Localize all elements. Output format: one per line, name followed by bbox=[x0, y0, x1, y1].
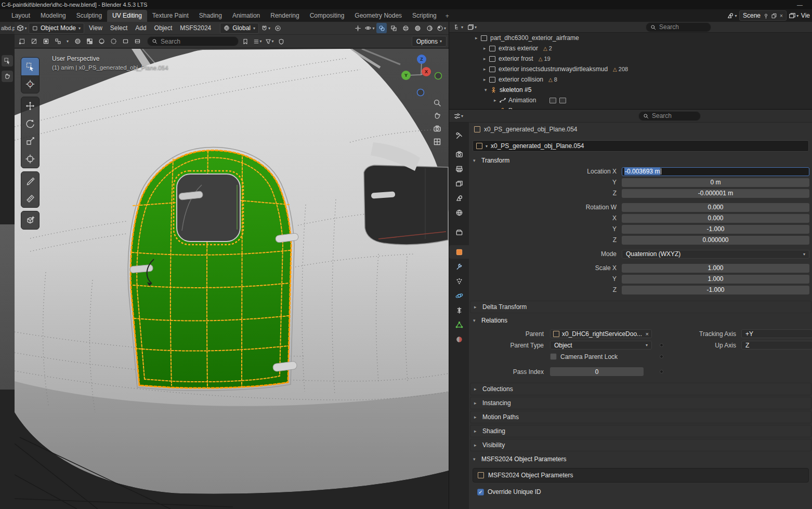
tool-move[interactable] bbox=[21, 97, 39, 115]
brush-icon[interactable] bbox=[108, 36, 119, 47]
rotation-y-input[interactable]: -1.000 bbox=[622, 225, 809, 234]
tool-rotate[interactable] bbox=[21, 115, 39, 132]
menu-view[interactable]: View bbox=[86, 23, 106, 33]
list-icon[interactable]: ▾ bbox=[252, 36, 263, 47]
outliner-row[interactable]: ▸ extras exterior △ 2 bbox=[449, 43, 812, 53]
select-mode-face-icon[interactable] bbox=[41, 36, 51, 47]
scene-browse-icon[interactable]: ▾ bbox=[727, 10, 737, 21]
gradient-icon[interactable] bbox=[96, 36, 107, 47]
expand-arrow[interactable]: ▸ bbox=[483, 46, 489, 51]
expand-arrow[interactable]: ▸ bbox=[494, 98, 500, 103]
override-unique-id-checkbox[interactable]: ✓ bbox=[477, 489, 484, 495]
tool-annotate[interactable] bbox=[21, 172, 39, 190]
overlays-icon[interactable] bbox=[376, 23, 387, 33]
expand-arrow[interactable]: ▸ bbox=[483, 56, 489, 61]
tool-add-cube[interactable] bbox=[21, 211, 39, 229]
rotation-x-input[interactable]: 0.000 bbox=[622, 214, 809, 223]
scene-name-field[interactable]: Scene × bbox=[739, 10, 787, 21]
expand-arrow[interactable]: ▸ bbox=[475, 35, 481, 41]
tab-scene[interactable] bbox=[449, 191, 469, 205]
tab-texture-paint[interactable]: Texture Paint bbox=[147, 10, 194, 22]
unlink-scene-icon[interactable]: × bbox=[780, 13, 783, 19]
gizmo-axis-z-neg[interactable] bbox=[417, 89, 424, 96]
tab-view-layer[interactable] bbox=[449, 177, 469, 190]
panel-msfs-header[interactable]: ▾ MSFS2024 Object Parameters bbox=[469, 453, 812, 465]
panel-motion-paths[interactable]: ▸ Motion Paths bbox=[470, 411, 811, 423]
editor-type-icon[interactable]: ▾ bbox=[17, 23, 27, 33]
shading-wireframe-icon[interactable] bbox=[400, 23, 411, 33]
rotation-z-input[interactable]: 0.000000 bbox=[622, 236, 809, 245]
rotation-w-input[interactable]: 0.000 bbox=[622, 203, 809, 212]
outliner-editor-type-icon[interactable]: ▾ bbox=[453, 22, 464, 32]
animate-decorator[interactable] bbox=[660, 343, 663, 347]
menu-select[interactable]: Select bbox=[107, 23, 130, 33]
outliner-search-input[interactable]: Search bbox=[646, 22, 711, 32]
tab-animation[interactable]: Animation bbox=[227, 10, 265, 22]
stencil-icon[interactable] bbox=[120, 36, 130, 47]
tab-constraints[interactable] bbox=[449, 303, 469, 317]
animate-decorator[interactable] bbox=[660, 370, 663, 373]
tab-layout[interactable]: Layout bbox=[6, 10, 35, 22]
expand-arrow[interactable]: ▸ bbox=[483, 66, 489, 72]
parent-type-dropdown[interactable]: Object ▾ bbox=[550, 341, 652, 350]
panel-transform-header[interactable]: ▾ Transform bbox=[469, 155, 812, 166]
tab-scripting[interactable]: Scripting bbox=[407, 10, 442, 22]
shading-solid-icon[interactable] bbox=[412, 23, 423, 33]
snap-magnet-icon[interactable]: ▾ bbox=[260, 23, 271, 33]
tool-scale[interactable] bbox=[21, 132, 39, 150]
shield-icon[interactable] bbox=[276, 36, 286, 47]
camera-parent-lock-checkbox[interactable] bbox=[550, 353, 557, 360]
tab-shading[interactable]: Shading bbox=[194, 10, 227, 22]
menu-object[interactable]: Object bbox=[151, 23, 176, 33]
outliner-row[interactable]: ▸ exterior frost △ 19 bbox=[449, 53, 812, 64]
service-door-selected[interactable] bbox=[130, 151, 299, 389]
options-button[interactable]: Options ▾ bbox=[412, 36, 447, 47]
mask-icon[interactable] bbox=[132, 36, 142, 47]
panel-shading[interactable]: ▸ Shading bbox=[470, 425, 811, 437]
tab-sculpting[interactable]: Sculpting bbox=[71, 10, 107, 22]
rotation-mode-dropdown[interactable]: Quaternion (WXYZ) ▾ bbox=[622, 250, 809, 259]
select-mode-island-icon[interactable] bbox=[53, 36, 63, 47]
proportional-edit-icon[interactable] bbox=[272, 23, 283, 33]
tab-material[interactable] bbox=[449, 332, 469, 346]
outliner-row-armature[interactable]: ▾ skeleton #5 bbox=[449, 85, 812, 95]
view-layer-icon[interactable]: ▾ bbox=[789, 10, 799, 21]
location-x-input[interactable]: -0.003693 m bbox=[622, 167, 809, 176]
tool-search-input[interactable]: Search bbox=[147, 36, 239, 46]
tab-modeling[interactable]: Modeling bbox=[35, 10, 71, 22]
tracking-axis-dropdown[interactable]: +Y bbox=[741, 329, 812, 338]
properties-editor-type-icon[interactable]: ▾ bbox=[453, 111, 464, 121]
panel-relations-header[interactable]: ▾ Relations bbox=[469, 315, 812, 326]
panel-delta-transform[interactable]: ▸ Delta Transform bbox=[470, 301, 811, 313]
bookmark-icon[interactable] bbox=[240, 36, 251, 47]
tab-collection[interactable] bbox=[449, 225, 469, 239]
tab-physics[interactable] bbox=[449, 289, 469, 302]
minimize-button[interactable]: — bbox=[797, 2, 803, 8]
visibility-eye-icon[interactable]: ▾ bbox=[364, 23, 375, 33]
material-preview-sphere-icon[interactable] bbox=[72, 36, 83, 47]
tab-uv-editing[interactable]: UV Editing bbox=[107, 10, 147, 22]
tool-measure[interactable] bbox=[21, 190, 39, 207]
animate-decorator[interactable] bbox=[660, 355, 663, 358]
transform-orientation-dropdown[interactable]: Global ▾ bbox=[220, 23, 259, 34]
object-name-field[interactable]: ▾ x0_PS_generated_obj_Plane.054 bbox=[473, 140, 809, 152]
scale-z-input[interactable]: -1.000 bbox=[622, 286, 809, 294]
parent-object-field[interactable]: x0_DHC6_rightServiceDoo... × bbox=[550, 329, 652, 338]
mode-dropdown[interactable]: Object Mode ▾ bbox=[29, 23, 84, 34]
tab-object[interactable] bbox=[449, 245, 469, 259]
uv-select-tool[interactable] bbox=[2, 55, 13, 66]
uv-hand-tool[interactable] bbox=[2, 71, 13, 82]
outliner-row-animation[interactable]: ▸ Animation bbox=[449, 95, 812, 105]
collapse-arrow[interactable]: ▾ bbox=[484, 87, 490, 92]
clear-parent-icon[interactable]: × bbox=[646, 331, 649, 337]
tab-compositing[interactable]: Compositing bbox=[305, 10, 350, 22]
tool-transform[interactable] bbox=[21, 150, 39, 168]
panel-instancing[interactable]: ▸ Instancing bbox=[470, 397, 811, 409]
gizmo-axis-y-neg[interactable] bbox=[435, 73, 442, 79]
tool-select-box[interactable] bbox=[21, 58, 39, 75]
tab-modifiers[interactable] bbox=[449, 260, 469, 273]
uv-editor-strip[interactable]: albd.p bbox=[0, 22, 15, 509]
texture-checker-icon[interactable] bbox=[84, 36, 95, 47]
properties-search-input[interactable]: Search bbox=[638, 111, 701, 121]
chevron-down-icon[interactable]: ▾ bbox=[67, 39, 69, 44]
